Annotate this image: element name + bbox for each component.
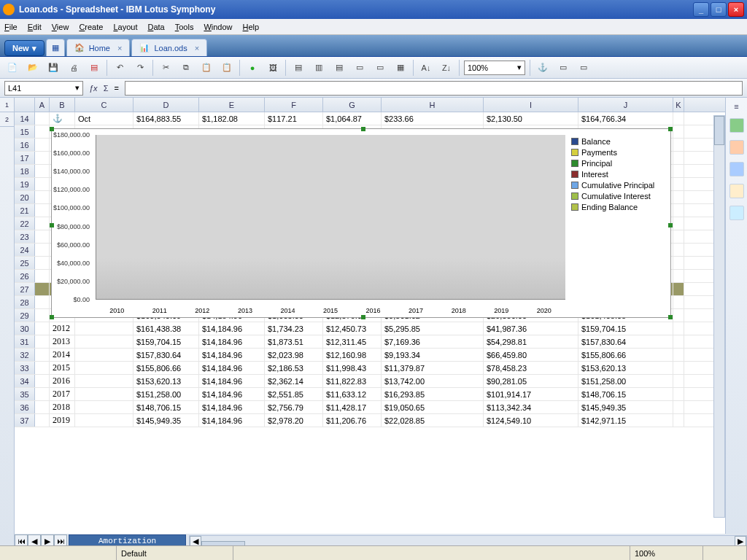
cell[interactable]: $159,704.15 — [578, 322, 673, 335]
cell[interactable]: $11,998.43 — [323, 362, 382, 374]
cell[interactable]: $11,379.87 — [382, 362, 484, 374]
menu-edit[interactable]: Edit — [28, 23, 42, 31]
cell[interactable] — [75, 349, 133, 361]
row-header[interactable]: 23 — [15, 230, 35, 243]
row-header[interactable]: 26 — [15, 270, 35, 282]
cell[interactable]: $153,620.13 — [578, 362, 673, 374]
cell[interactable] — [673, 362, 684, 374]
cell[interactable]: $2,130.50 — [484, 112, 578, 125]
cell[interactable] — [673, 270, 684, 282]
cell[interactable]: $2,551.85 — [265, 388, 323, 400]
row-header[interactable]: 19 — [15, 178, 35, 190]
row-header[interactable]: 24 — [15, 244, 35, 256]
cell[interactable]: $12,450.73 — [323, 322, 382, 335]
col-header-G[interactable]: G — [323, 98, 382, 112]
cell[interactable]: $1,064.87 — [323, 112, 382, 125]
outline-level-1[interactable]: 1 — [0, 98, 14, 112]
col-header-F[interactable]: F — [265, 98, 323, 112]
table-header-cell[interactable] — [673, 283, 684, 295]
close-button[interactable]: × — [728, 2, 744, 17]
row-header[interactable]: 25 — [15, 257, 35, 269]
row-header[interactable]: 35 — [15, 388, 35, 400]
row-header[interactable]: 28 — [15, 296, 35, 308]
row-header[interactable]: 33 — [15, 362, 35, 374]
align-right-button[interactable]: ▤ — [331, 60, 347, 76]
cell[interactable]: $14,184.96 — [199, 349, 265, 361]
cell[interactable]: $2,023.98 — [265, 349, 323, 361]
cell[interactable]: $12,311.45 — [323, 335, 382, 348]
cell[interactable]: $14,184.96 — [199, 401, 265, 413]
cell[interactable]: $164,766.34 — [578, 112, 673, 125]
cell[interactable]: $155,806.66 — [133, 362, 199, 374]
align-left-button[interactable]: ▤ — [290, 60, 306, 76]
menu-data[interactable]: Data — [147, 23, 164, 31]
cell[interactable]: $13,742.00 — [382, 375, 484, 387]
cell[interactable] — [673, 152, 684, 164]
open-button[interactable]: 📂 — [25, 60, 41, 76]
gallery-icon[interactable] — [729, 162, 744, 176]
vertical-scrollbar[interactable] — [713, 115, 725, 518]
cell[interactable] — [35, 375, 50, 387]
cell[interactable] — [75, 388, 133, 400]
table-header-cell[interactable] — [35, 283, 50, 295]
cube-icon[interactable] — [729, 118, 744, 133]
cell[interactable] — [673, 349, 684, 361]
row-header[interactable]: 36 — [15, 401, 35, 413]
row-header[interactable]: 18 — [15, 165, 35, 177]
col-header-E[interactable]: E — [199, 98, 265, 112]
cell[interactable]: $66,459.80 — [484, 349, 578, 361]
cell[interactable]: $101,914.17 — [484, 388, 578, 400]
cell[interactable]: $1,734.23 — [265, 322, 323, 335]
cell[interactable] — [35, 322, 50, 335]
zoom-combo[interactable]: 100%▾ — [464, 61, 525, 75]
menu-tools[interactable]: Tools — [175, 23, 194, 31]
cell[interactable] — [35, 335, 50, 348]
row-header[interactable]: 32 — [15, 349, 35, 361]
close-icon[interactable]: × — [195, 44, 199, 52]
cell[interactable]: Oct — [75, 112, 133, 125]
cell[interactable]: $145,949.35 — [133, 414, 199, 427]
cell[interactable]: $155,806.66 — [578, 349, 673, 361]
cell[interactable]: $153,620.13 — [133, 375, 199, 387]
cell[interactable]: $124,549.10 — [484, 414, 578, 427]
fx-panel-icon[interactable] — [729, 206, 744, 220]
sum-icon[interactable]: Σ — [104, 84, 109, 93]
cell[interactable] — [673, 401, 684, 413]
cell[interactable]: $142,971.15 — [578, 414, 673, 427]
cell[interactable] — [35, 388, 50, 400]
menu-file[interactable]: File — [4, 23, 18, 31]
cell[interactable] — [35, 401, 50, 413]
menu-layout[interactable]: Layout — [113, 23, 137, 31]
cell[interactable]: $41,987.36 — [484, 322, 578, 335]
new-doc-button[interactable]: 📄 — [4, 60, 20, 76]
compass-icon[interactable] — [729, 184, 744, 198]
grid-body[interactable]: $180,000.00$160,000.00$140,000.00$120,00… — [15, 112, 747, 545]
new-button[interactable]: New ▾ — [4, 40, 44, 56]
tab-document[interactable]: 📊 Loan.ods× — [131, 39, 207, 56]
paste-button[interactable]: 📋 — [198, 60, 214, 76]
borders-button[interactable]: ▦ — [392, 60, 409, 76]
arrange-button[interactable]: ▭ — [555, 60, 571, 76]
row-header[interactable]: 14 — [15, 112, 35, 125]
cell[interactable]: $78,458.23 — [484, 362, 578, 374]
redo-button[interactable]: ↷ — [132, 60, 148, 76]
cell[interactable]: $2,978.20 — [265, 414, 323, 427]
cell[interactable] — [673, 112, 684, 125]
sort-asc-button[interactable]: A↓ — [418, 60, 434, 76]
col-header-K[interactable]: K — [673, 98, 684, 112]
menu-view[interactable]: View — [52, 23, 69, 31]
align-center-button[interactable]: ▥ — [311, 60, 327, 76]
cell[interactable]: $233.66 — [382, 112, 484, 125]
cell[interactable] — [35, 191, 50, 203]
col-header-I[interactable]: I — [484, 98, 578, 112]
cell[interactable] — [75, 335, 133, 348]
cell[interactable]: 2016 — [50, 375, 75, 387]
cell[interactable]: $157,830.64 — [578, 335, 673, 348]
cell[interactable]: $11,822.83 — [323, 375, 382, 387]
cell[interactable]: 2015 — [50, 362, 75, 374]
cell[interactable]: 2013 — [50, 335, 75, 348]
cell[interactable]: $2,186.53 — [265, 362, 323, 374]
cell[interactable] — [673, 165, 684, 177]
sort-desc-button[interactable]: Z↓ — [438, 60, 454, 76]
row-header[interactable]: 15 — [15, 125, 35, 138]
